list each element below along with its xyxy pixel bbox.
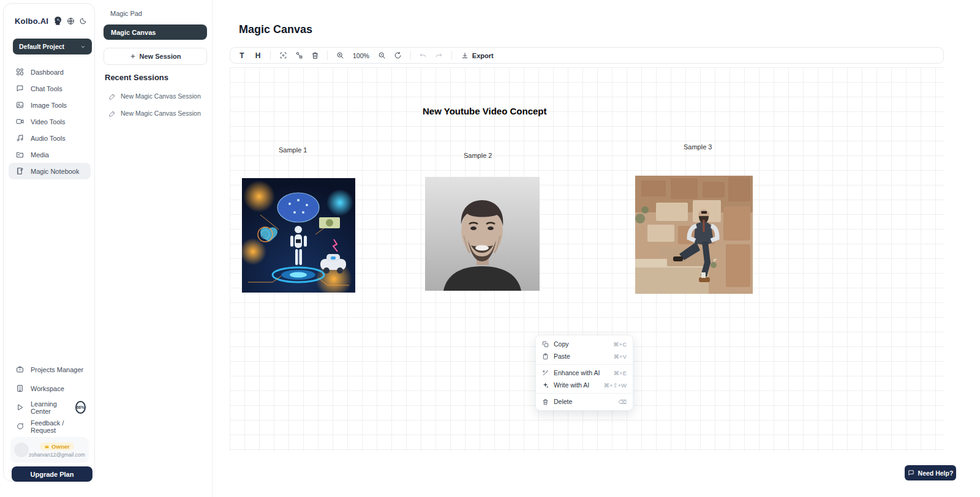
select-tool-button[interactable] <box>276 49 290 62</box>
page-title: Magic Canvas <box>239 23 312 36</box>
connector-icon <box>295 51 303 59</box>
sidebar-item-label: Chat Tools <box>31 85 62 92</box>
context-menu-shortcut: ⌘+E <box>614 370 627 376</box>
sidebar-item-video-tools[interactable]: Video Tools <box>9 113 91 130</box>
user-email: zoharvan12@gmail.com <box>29 452 85 458</box>
undo-button[interactable] <box>417 49 430 62</box>
canvas-image-ruins[interactable] <box>635 176 753 294</box>
pencil-icon <box>109 110 116 117</box>
need-help-label: Need Help? <box>918 469 954 477</box>
connector-tool-button[interactable] <box>292 49 306 62</box>
session-item-label: New Magic Canvas Session <box>121 110 201 117</box>
heading-tool-button[interactable]: H <box>251 49 265 62</box>
zoom-in-icon <box>336 51 344 59</box>
context-menu-paste[interactable]: Paste ⌘+V <box>536 350 633 362</box>
toolbar-divider <box>451 51 452 60</box>
sidebar-item-learning-center[interactable]: Learning Center 66% <box>9 398 91 417</box>
context-menu-label: Write with AI <box>554 381 598 389</box>
sidebar-item-feedback[interactable]: Feedback / Request <box>9 417 91 436</box>
context-menu-divider <box>536 364 633 365</box>
sparkles-icon <box>542 382 549 389</box>
sidebar-item-image-tools[interactable]: Image Tools <box>9 97 91 113</box>
sidebar-item-label: Dashboard <box>31 69 64 76</box>
session-item-label: New Magic Canvas Session <box>121 92 201 100</box>
session-item[interactable]: New Magic Canvas Session <box>109 110 207 117</box>
sidebar-item-workspace[interactable]: Workspace <box>9 379 91 398</box>
app-logo: Kolbo.AI <box>15 17 48 26</box>
upgrade-plan-label: Upgrade Plan <box>31 471 74 478</box>
canvas-text-title[interactable]: New Youtube Video Concept <box>423 106 547 116</box>
export-label: Export <box>472 52 494 59</box>
context-menu-delete[interactable]: Delete ⌫ <box>536 395 633 408</box>
trash-icon <box>542 398 549 405</box>
zoom-in-button[interactable] <box>333 49 347 62</box>
delete-tool-button[interactable] <box>308 49 322 62</box>
sample-label[interactable]: Sample 2 <box>464 152 492 159</box>
moon-icon[interactable] <box>79 17 87 25</box>
magic-pad-tab[interactable]: Magic Pad <box>110 10 142 17</box>
paste-icon <box>542 353 549 360</box>
zoom-out-icon <box>378 51 386 59</box>
magic-canvas-area[interactable]: New Youtube Video Concept Sample 1 Sampl… <box>230 67 944 451</box>
play-icon <box>16 403 24 411</box>
sidebar-item-audio-tools[interactable]: Audio Tools <box>9 130 91 146</box>
context-menu-shortcut: ⌘+⇧+W <box>603 382 627 389</box>
sidebar-item-label: Projects Manager <box>31 366 83 373</box>
sidebar-bottom-nav: Projects Manager Workspace Learning Cent… <box>9 360 91 436</box>
canvas-image-ai-collage[interactable] <box>242 178 355 293</box>
avatar <box>14 443 29 457</box>
learning-progress-badge: 66% <box>75 401 86 414</box>
sample-label[interactable]: Sample 3 <box>684 143 712 151</box>
session-item[interactable]: New Magic Canvas Session <box>109 92 207 100</box>
sidebar-item-label: Magic Notebook <box>31 168 80 175</box>
context-menu-label: Delete <box>554 398 614 405</box>
crown-icon <box>44 444 50 449</box>
briefcase-icon <box>16 365 24 373</box>
toolbar-divider <box>270 51 271 60</box>
new-session-button[interactable]: New Session <box>104 48 207 65</box>
context-menu-label: Paste <box>554 353 609 360</box>
canvas-image-portrait[interactable] <box>425 177 540 291</box>
help-chat-icon <box>908 469 914 476</box>
sidebar-item-label: Feedback / Request <box>31 419 86 434</box>
context-menu-shortcut: ⌫ <box>619 398 627 405</box>
magic-canvas-tab-label: Magic Canvas <box>111 29 156 36</box>
select-icon <box>279 51 287 59</box>
sidebar-item-label: Image Tools <box>31 102 67 109</box>
sidebar-item-magic-notebook[interactable]: Magic Notebook <box>9 163 91 179</box>
sidebar-item-label: Video Tools <box>31 118 65 125</box>
building-icon <box>16 384 24 392</box>
redo-button[interactable] <box>432 49 446 62</box>
context-menu-write-ai[interactable]: Write with AI ⌘+⇧+W <box>536 379 633 391</box>
sidebar-item-chat-tools[interactable]: Chat Tools <box>9 80 91 97</box>
pencil-icon <box>109 93 116 100</box>
upgrade-plan-button[interactable]: Upgrade Plan <box>12 466 92 482</box>
chevron-down-icon <box>80 44 86 50</box>
media-icon <box>16 151 24 159</box>
sidebar-item-dashboard[interactable]: Dashboard <box>9 64 91 80</box>
zoom-out-button[interactable] <box>375 49 389 62</box>
sidebar-item-label: Media <box>31 151 49 159</box>
need-help-button[interactable]: Need Help? <box>905 465 956 480</box>
context-menu-enhance-ai[interactable]: Enhance with AI ⌘+E <box>536 367 633 379</box>
recent-sessions-title: Recent Sessions <box>105 73 168 82</box>
context-menu-divider <box>536 393 633 394</box>
context-menu-copy[interactable]: Copy ⌘+C <box>536 338 633 350</box>
sidebar-item-media[interactable]: Media <box>9 146 91 163</box>
sample-label[interactable]: Sample 1 <box>279 146 307 154</box>
text-tool-label: T <box>239 51 244 60</box>
heading-tool-label: H <box>255 51 261 60</box>
sidebar-item-label: Learning Center <box>31 400 67 415</box>
user-account-chip[interactable]: Owner zoharvan12@gmail.com <box>10 437 89 463</box>
export-button[interactable]: Export <box>458 52 497 59</box>
reset-view-button[interactable] <box>391 49 405 62</box>
owner-badge-label: Owner <box>51 443 70 450</box>
image-icon <box>16 101 24 109</box>
context-menu-shortcut: ⌘+V <box>614 353 627 360</box>
project-selector[interactable]: Default Project <box>13 39 92 54</box>
text-tool-button[interactable]: T <box>235 49 249 62</box>
sidebar-item-projects-manager[interactable]: Projects Manager <box>9 360 91 379</box>
magic-canvas-tab[interactable]: Magic Canvas <box>104 24 207 40</box>
feedback-icon <box>16 422 24 430</box>
globe-icon[interactable] <box>67 17 75 25</box>
